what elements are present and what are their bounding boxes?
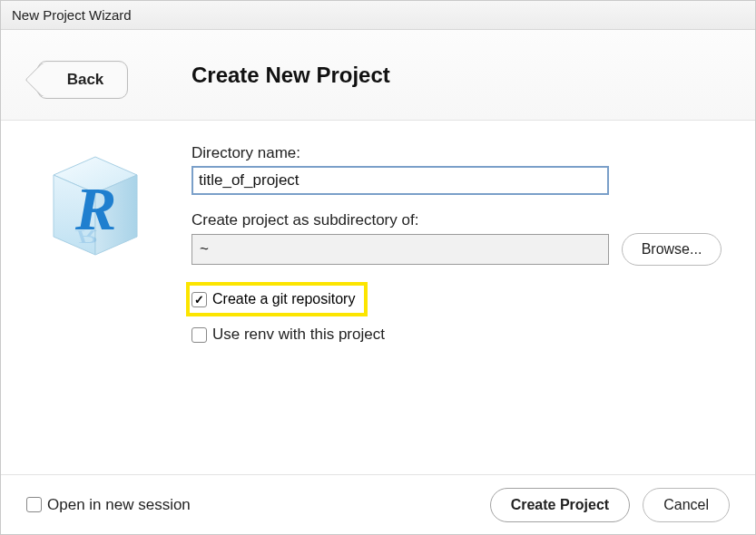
wizard-footer: Open in new session Create Project Cance…: [1, 474, 755, 534]
form-column: Directory name: Create project as subdir…: [191, 142, 728, 474]
cancel-button[interactable]: Cancel: [643, 488, 730, 522]
svg-text:R: R: [74, 227, 98, 247]
window-title: New Project Wizard: [12, 7, 132, 23]
renv-checkbox[interactable]: [191, 327, 207, 343]
open-new-session-label: Open in new session: [47, 496, 191, 514]
r-logo-icon: R R: [37, 148, 153, 264]
new-project-wizard-window: New Project Wizard Back Create New Proje…: [0, 0, 756, 535]
git-checkbox[interactable]: [191, 292, 207, 307]
back-button-label: Back: [67, 71, 104, 89]
back-button[interactable]: Back: [37, 61, 128, 99]
wizard-header: Back Create New Project: [1, 30, 755, 121]
directory-name-input[interactable]: [191, 166, 609, 195]
icon-column: R R: [37, 142, 191, 474]
subdirectory-input[interactable]: [191, 234, 609, 265]
git-checkbox-highlight: Create a git repository: [186, 282, 368, 316]
page-title: Create New Project: [191, 63, 390, 88]
git-checkbox-label: Create a git repository: [212, 291, 355, 307]
subdirectory-label: Create project as subdirectory of:: [191, 211, 728, 229]
directory-name-label: Directory name:: [191, 144, 728, 162]
window-titlebar: New Project Wizard: [1, 1, 755, 30]
wizard-body: R R Directory name: Create project as su…: [1, 121, 755, 474]
open-new-session-checkbox[interactable]: [26, 497, 42, 512]
renv-checkbox-label: Use renv with this project: [212, 326, 385, 344]
create-project-button[interactable]: Create Project: [490, 488, 631, 522]
browse-button[interactable]: Browse...: [622, 233, 722, 266]
